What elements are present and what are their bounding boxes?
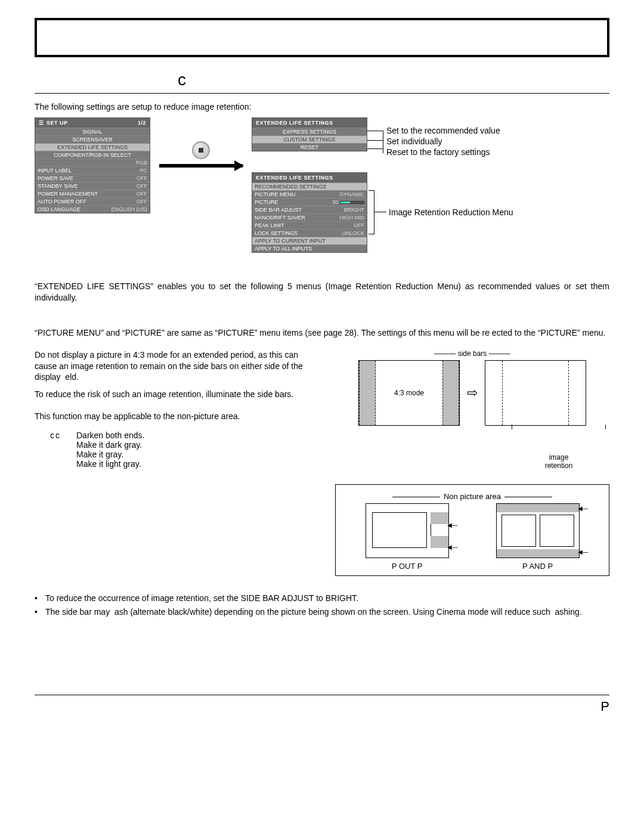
picture-paragraph: “PICTURE MENU” and “PICTURE” are same as… xyxy=(35,327,609,339)
osd-header-row: RECOMMENDED SETTINGS xyxy=(252,182,367,190)
notes-list: •To reduce the occurrence of image reten… xyxy=(35,593,609,618)
osd-row: RESET xyxy=(252,143,367,151)
osd-row: PICTURE MENUDYNAMIC xyxy=(252,190,367,198)
bracket-icon xyxy=(369,190,374,234)
sidebars-caption: ——— side bars ——— xyxy=(335,349,609,358)
extlife-osd-2-title: EXTENDED LIFE SETTINGS xyxy=(252,173,367,182)
screen-43-diagram: 4:3 mode xyxy=(358,360,460,426)
non-picture-title: Non picture area xyxy=(342,492,603,501)
right-arrow-icon xyxy=(159,164,243,168)
sidebar-para-1: Do not display a picture in 4:3 mode for… xyxy=(35,349,321,383)
setup-osd: ☰ SET UP 1/2 SIGNAL SCREENSAVER EXTENDED… xyxy=(35,117,150,213)
diagrams-block: ——— side bars ——— 4:3 mode ⇨ image reten… xyxy=(335,349,609,576)
osd-row: RGB xyxy=(35,159,150,166)
osd-row: AUTO POWER OFFOFF xyxy=(35,197,150,205)
ext-life-paragraph: “EXTENDED LIFE SETTINGS” enables you to … xyxy=(35,281,609,304)
intro-text: The following settings are setup to redu… xyxy=(35,102,609,112)
setup-osd-title: ☰ SET UP 1/2 xyxy=(35,118,150,128)
image-retention-caption: image retention xyxy=(508,428,609,470)
sidebar-para-3: This function may be applicable to the n… xyxy=(35,411,321,422)
screen-retention-diagram xyxy=(485,360,586,426)
callout-recommended: Set to the recommended value xyxy=(386,126,500,135)
non-picture-diagram: Non picture area ◀—◀— ◀—◀— P OUT P xyxy=(335,484,609,576)
extlife-osd-1: EXTENDED LIFE SETTINGS EXPRESS SETTINGS … xyxy=(252,117,367,151)
section-letter: c xyxy=(35,70,609,94)
right-arrow-icon: ⇨ xyxy=(467,385,478,401)
osd-row: OSD LANGUAGEENGLISH (US) xyxy=(35,205,150,213)
legend-list: ccDarken both ends. Make it dark gray. M… xyxy=(35,431,321,469)
osd-row: COMPONENT/RGB-IN SELECT xyxy=(35,151,150,159)
callout-irr-menu: Image Retention Reduction Menu xyxy=(389,208,513,217)
pointer-arrows-icon: ◀—◀— xyxy=(578,505,589,555)
osd-row: SIGNAL xyxy=(35,128,150,135)
pap-label: P AND P xyxy=(522,562,553,571)
osd-row: INPUT LABELPC xyxy=(35,166,150,174)
osd-row: EXPRESS SETTINGS xyxy=(252,128,367,135)
extlife-osd-2: EXTENDED LIFE SETTINGS RECOMMENDED SETTI… xyxy=(252,172,367,253)
osd-row: PEAK LIMITOFF xyxy=(252,221,367,229)
leader-line xyxy=(367,148,383,149)
sidebar-text-block: Do not display a picture in 4:3 mode for… xyxy=(35,349,321,469)
osd-row: SIDE BAR ADJUSTBRIGHT xyxy=(252,206,367,213)
osd-row: NANODRIFT SAVERHIGH MID xyxy=(252,213,367,221)
osd-row: SCREENSAVER xyxy=(35,135,150,143)
menus-figure: ☰ SET UP 1/2 SIGNAL SCREENSAVER EXTENDED… xyxy=(35,117,609,267)
extlife-osd-1-title: EXTENDED LIFE SETTINGS xyxy=(252,118,367,128)
pop-label: P OUT P xyxy=(392,562,423,571)
osd-row: POWER SAVEOFF xyxy=(35,174,150,182)
osd-row-highlight: CUSTOM SETTINGS xyxy=(252,135,367,143)
pointer-arrows-icon: ◀—◀— xyxy=(447,522,458,550)
callout-reset: Reset to the factory settings xyxy=(386,147,490,157)
header-black-box xyxy=(35,18,609,57)
action-arrow xyxy=(150,141,252,168)
callout-individually: Set individually xyxy=(386,137,442,146)
leader-line xyxy=(374,212,386,212)
osd-row: APPLY TO ALL INPUTS xyxy=(252,244,367,252)
note-1: To reduce the occurrence of image retent… xyxy=(45,593,609,604)
osd-row-highlight: EXTENDED LIFE SETTINGS xyxy=(35,143,150,151)
picture-slider-icon xyxy=(340,201,364,204)
page-footer: P xyxy=(35,695,609,714)
sidebar-para-2: To reduce the risk of such an image rete… xyxy=(35,389,321,400)
osd-row: APPLY TO CURRENT INPUT xyxy=(252,237,367,244)
pap-diagram: ◀—◀— xyxy=(496,503,580,558)
leader-line xyxy=(367,140,383,141)
osd-row: PICTURE30 xyxy=(252,198,367,206)
leader-line xyxy=(367,131,383,131)
action-button-icon xyxy=(192,141,210,159)
note-2: The side bar may ash (alternate black/wh… xyxy=(45,606,609,618)
osd-row: STANDBY SAVEOFF xyxy=(35,182,150,190)
osd-row: LOCK SETTINGSUNLOCK xyxy=(252,229,367,237)
osd-row: POWER MANAGEMENTOFF xyxy=(35,190,150,197)
leader-line xyxy=(383,131,383,153)
pop-diagram: ◀—◀— xyxy=(366,503,449,558)
